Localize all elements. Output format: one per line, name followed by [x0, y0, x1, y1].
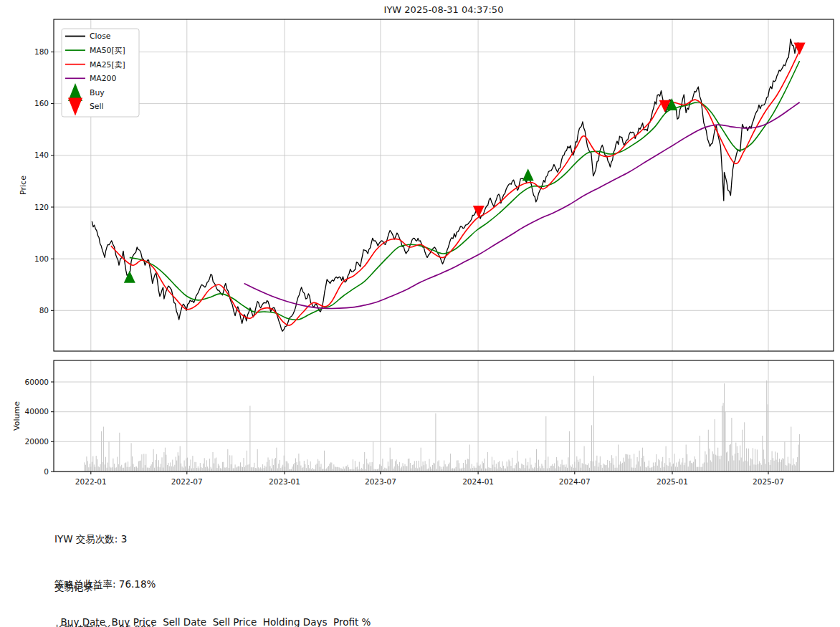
- legend-label: Sell: [90, 102, 104, 111]
- volume-panel-border: [54, 360, 834, 472]
- price-tick-label: 160: [34, 99, 49, 107]
- volume-tick-label: 0: [44, 467, 49, 476]
- legend-label: Buy: [90, 88, 105, 97]
- trade-markers: [124, 43, 806, 283]
- date-tick-label: 2023-01: [269, 477, 300, 486]
- volume-bars: [85, 376, 800, 472]
- price-tick-label: 140: [34, 150, 49, 159]
- ma50-line: [130, 61, 800, 320]
- legend-label: MA50[买]: [90, 46, 125, 55]
- date-tick-label: 2022-07: [171, 477, 203, 486]
- date-tick-label: 2025-07: [753, 477, 784, 486]
- volume-tick-label: 20000: [25, 437, 49, 446]
- volume-tick-label: 40000: [25, 407, 49, 416]
- trade-log: 交易记录: Buy Date Buy Price Sell Date Sell …: [54, 558, 371, 627]
- date-tick-label: 2022-01: [75, 477, 107, 486]
- legend-label: Close: [90, 32, 111, 41]
- ma200-line: [244, 102, 800, 309]
- trade-log-header-row: Buy Date Buy Price Sell Date Sell Price …: [54, 616, 371, 627]
- price-tick-label: 120: [34, 203, 49, 211]
- legend: CloseMA50[买]MA25[卖]MA200BuySell: [62, 29, 139, 117]
- price-tick-label: 100: [34, 254, 49, 263]
- volume-tick-label: 60000: [25, 378, 49, 386]
- date-tick-label: 2024-01: [462, 477, 494, 486]
- legend-label: MA25[卖]: [90, 60, 125, 70]
- price-panel-border: [54, 19, 834, 351]
- buy-marker-icon: [124, 271, 135, 283]
- price-tick-label: 180: [34, 47, 49, 56]
- price-volume-chart-canvas: 8010012014016018002000040000600002022-01…: [0, 0, 840, 502]
- date-tick-label: 2024-07: [559, 477, 591, 486]
- price-axis-label: Price: [19, 176, 28, 195]
- buy-marker-icon: [522, 168, 534, 181]
- trade-log-heading: 交易记录:: [54, 581, 371, 593]
- grid: [54, 19, 834, 472]
- stock-figure: IYW 2025-08-31 04:37:50 8010012014016018…: [0, 0, 840, 627]
- date-tick-label: 2025-01: [657, 477, 688, 486]
- price-tick-label: 80: [39, 306, 49, 315]
- volume-axis-label: Volume: [12, 401, 22, 431]
- stat-trade-count: IYW 交易次数: 3: [54, 532, 156, 547]
- date-tick-label: 2023-07: [365, 477, 396, 486]
- legend-label: MA200: [90, 74, 116, 83]
- close-line: [92, 39, 799, 331]
